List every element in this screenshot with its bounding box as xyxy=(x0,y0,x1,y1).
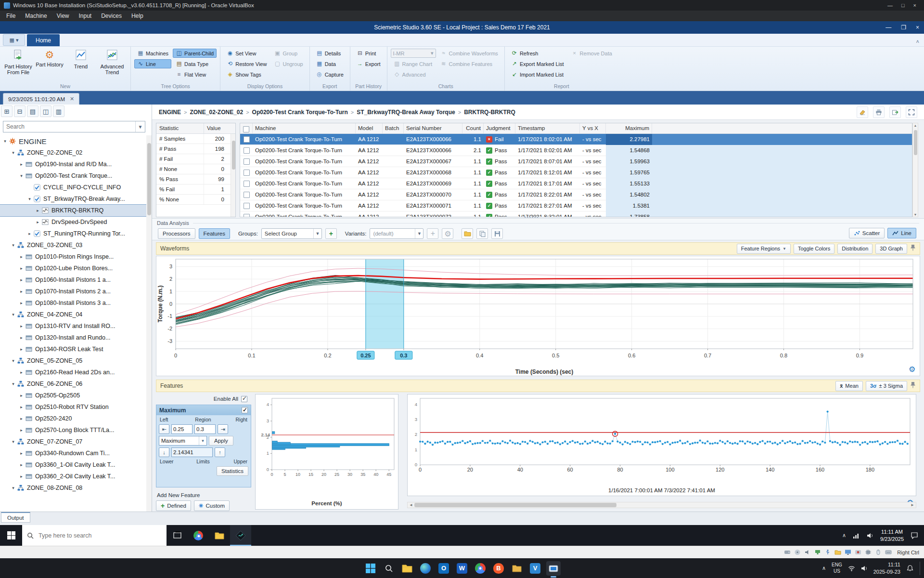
filter-icon[interactable]: ◫ xyxy=(40,105,51,117)
column-header-batch[interactable]: Batch xyxy=(383,123,404,133)
mean-button[interactable]: x̄Mean xyxy=(835,381,863,391)
collapse-all-icon[interactable]: ⊟ xyxy=(14,105,26,117)
tree-item[interactable]: ▸Op2570-Long Block TTT/La... xyxy=(0,424,146,436)
refresh-button[interactable]: ⟳Refresh xyxy=(508,49,567,58)
add-variant-button[interactable]: + xyxy=(427,228,438,239)
data-button[interactable]: ▦Data xyxy=(313,59,346,68)
details-button[interactable]: ▤Details xyxy=(313,49,346,58)
tray-expand-icon[interactable]: ∧ xyxy=(842,532,846,539)
print-button[interactable]: ⊟Print xyxy=(354,49,384,58)
fullscreen-icon[interactable] xyxy=(906,106,917,118)
open-data-button[interactable] xyxy=(462,228,473,239)
usb-icon[interactable] xyxy=(824,549,831,555)
tree-expand-icon[interactable]: ▾ xyxy=(10,381,16,386)
tree-item[interactable]: ▸Op2160-Read Head 2Ds an... xyxy=(0,367,146,378)
processors-button[interactable]: Processors xyxy=(158,228,195,239)
tree-expand-icon[interactable]: ▾ xyxy=(10,439,16,444)
host-vscode-icon[interactable]: V xyxy=(528,561,542,576)
line-button[interactable]: ∿Line xyxy=(134,59,171,68)
export-button[interactable]: →Export xyxy=(354,59,384,68)
tree-item[interactable]: ▸Op3340-Rundown Cam Ti... xyxy=(0,447,146,459)
network-icon[interactable] xyxy=(853,533,860,539)
tree-expand-icon[interactable]: ▾ xyxy=(10,486,16,490)
toggle-colors-button[interactable]: Toggle Colors xyxy=(794,244,834,254)
tree-item[interactable]: ▸Op1020-Lube Piston Bores... xyxy=(0,263,146,274)
tree-expand-icon[interactable]: ▸ xyxy=(35,208,41,213)
tree-expand-icon[interactable]: ▸ xyxy=(18,451,25,456)
table-scrollbar[interactable]: ▲▼ xyxy=(912,123,918,217)
tree-item[interactable]: ▸Op2505-Op2505 xyxy=(0,390,146,401)
recording-icon[interactable] xyxy=(855,549,861,555)
tree-expand-icon[interactable]: ▸ xyxy=(18,405,25,409)
host-edge-icon[interactable] xyxy=(418,561,433,576)
tree-expand-icon[interactable]: ▾ xyxy=(10,243,16,248)
feature-operation-select[interactable]: Maximum▼ xyxy=(159,436,207,446)
host-explorer-icon[interactable] xyxy=(400,561,414,576)
host-folder-icon[interactable] xyxy=(510,561,524,576)
tree-expand-icon[interactable]: ▾ xyxy=(18,173,25,178)
breadcrumb-segment[interactable]: ZONE_02-ZONE_02 xyxy=(188,109,245,116)
tree-expand-icon[interactable]: ▸ xyxy=(26,231,33,236)
vm-search-input[interactable] xyxy=(38,532,162,539)
breadcrumb-segment[interactable]: BRKTRQ-BRKTRQ xyxy=(462,109,517,116)
tree-item[interactable]: ▾ZONE_08-ZONE_08 xyxy=(0,482,146,494)
pin-icon[interactable] xyxy=(910,381,916,390)
remove-data-button[interactable]: ×Remove Data xyxy=(568,49,615,58)
host-search-icon[interactable] xyxy=(382,561,396,576)
keyboard-capture-icon[interactable] xyxy=(885,549,892,555)
feature-enabled-checkbox[interactable] xyxy=(242,407,248,413)
copy-analysis-button[interactable] xyxy=(476,228,488,239)
save-analysis-button[interactable] xyxy=(491,228,503,239)
tree-item[interactable]: ▸Op0190-Instal and R/D Ma... xyxy=(0,158,146,170)
tree-item[interactable]: ▸Op2510-Robot RTV Station xyxy=(0,401,146,413)
speaker-icon[interactable] xyxy=(867,533,873,539)
show-tags-button[interactable]: ◈Show Tags xyxy=(224,70,270,79)
pin-icon[interactable] xyxy=(910,244,916,253)
expand-all-icon[interactable]: ⊞ xyxy=(1,105,13,117)
advanced-trend-button[interactable]: Advanced Trend xyxy=(97,48,127,77)
export-marked-list-button[interactable]: ↗Export Marked List xyxy=(508,59,567,68)
tree-item[interactable]: ▸Op3360_2-Oil Cavity Leak T... xyxy=(0,471,146,482)
display-icon[interactable] xyxy=(845,549,851,555)
data-type-button[interactable]: ▤Data Type xyxy=(173,59,217,68)
tree-expand-icon[interactable]: ▸ xyxy=(18,162,25,167)
variant-select[interactable]: (default)▼ xyxy=(370,228,424,239)
export-icon[interactable] xyxy=(889,106,901,118)
restore-view-button[interactable]: ⟲Restore View xyxy=(224,59,270,68)
tree-item[interactable]: CYCLE_INFO-CYCLE_INFO xyxy=(0,182,146,193)
host-start-button[interactable] xyxy=(363,561,378,576)
menu-view[interactable]: View xyxy=(52,12,74,20)
mouse-integration-icon[interactable] xyxy=(875,549,882,555)
column-header-value[interactable]: Value xyxy=(204,123,235,133)
trend-horizontal-scrollbar[interactable]: ◄► xyxy=(407,502,916,508)
vbox-minimize-button[interactable]: — xyxy=(887,2,893,8)
group-select[interactable]: Select Group▼ xyxy=(261,228,322,239)
hard-disks-icon[interactable] xyxy=(784,549,791,555)
menu-help[interactable]: Help xyxy=(127,12,148,20)
column-header-judgment[interactable]: Judgment xyxy=(484,123,515,133)
column-header-machine[interactable]: Machine xyxy=(253,123,356,133)
app-restore-button[interactable]: ❐ xyxy=(901,24,906,31)
speaker-icon[interactable] xyxy=(861,565,868,571)
tree-item[interactable]: ▸Op3360_1-Oil Cavity Leak T... xyxy=(0,459,146,471)
tree-item[interactable]: ▸Op1060-Install Pistons 1 a... xyxy=(0,274,146,286)
row-checkbox[interactable] xyxy=(244,136,250,143)
tree-item[interactable]: ▸DrvSpeed-DrvSpeed xyxy=(0,216,146,228)
show-desktop-strip[interactable] xyxy=(920,562,921,575)
part-history-from-file-button[interactable]: Part History From File xyxy=(3,48,33,77)
network-adapter-icon[interactable] xyxy=(814,549,821,555)
tree-item[interactable]: ▸Op1320-Install and Rundo... xyxy=(0,332,146,343)
breadcrumb-segment[interactable]: ENGINE xyxy=(157,109,183,116)
region-right-input[interactable] xyxy=(194,424,216,434)
tray-expand-icon[interactable]: ∧ xyxy=(822,565,826,571)
tree-expand-icon[interactable]: ▾ xyxy=(2,139,8,144)
tree-expand-icon[interactable]: ▾ xyxy=(10,312,16,317)
limit-value-input[interactable] xyxy=(171,447,213,457)
tree-item[interactable]: ▾ZONE_05-ZONE_05 xyxy=(0,355,146,367)
row-checkbox[interactable] xyxy=(244,203,250,209)
tree-item[interactable]: ▸Op1070-Install Pistons 2 a... xyxy=(0,286,146,297)
row-checkbox[interactable] xyxy=(244,147,250,154)
select-all-checkbox[interactable] xyxy=(243,126,249,132)
tree-expand-icon[interactable]: ▸ xyxy=(18,393,25,398)
region-left-snap-button[interactable]: ⇤ xyxy=(159,424,169,434)
